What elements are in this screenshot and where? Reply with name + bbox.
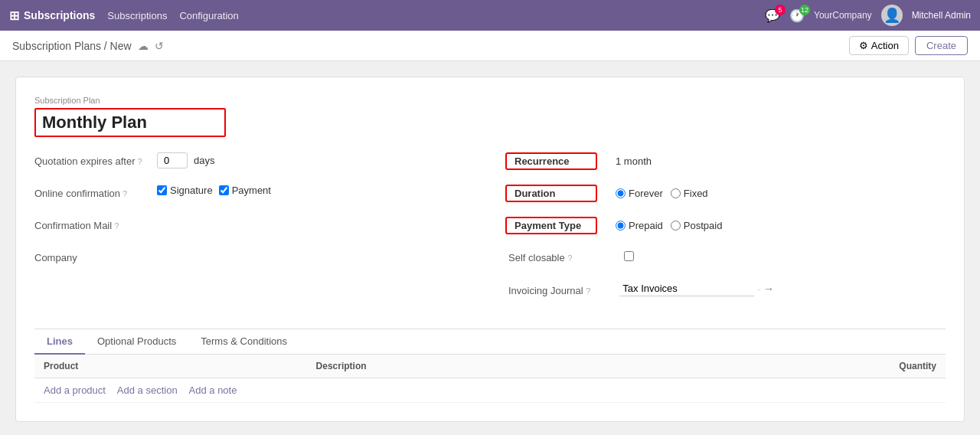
chat-badge: 5 <box>775 5 786 15</box>
payment-checkbox-item: Payment <box>219 185 271 196</box>
nav-subscriptions[interactable]: Subscriptions <box>107 10 167 21</box>
plan-name-input[interactable] <box>34 108 226 137</box>
quotation-row: Quotation expires after ? days <box>34 152 475 174</box>
self-closable-value-row: Self closable ? <box>505 249 946 263</box>
add-product-link[interactable]: Add a product <box>44 384 106 396</box>
online-conf-row: Online confirmation ? Signature Payment <box>34 185 475 206</box>
action-button[interactable]: ⚙ Action <box>849 36 909 55</box>
add-section-link[interactable]: Add a section <box>117 384 178 396</box>
prepaid-label: Prepaid <box>629 220 663 231</box>
journal-input-row: - → <box>619 281 774 296</box>
postpaid-label: Postpaid <box>684 220 723 231</box>
add-note-link[interactable]: Add a note <box>189 384 237 396</box>
conf-mail-row: Confirmation Mail ? <box>34 217 475 238</box>
breadcrumb-bar: Subscription Plans / New ☁ ↺ ⚙ Action Cr… <box>0 31 980 61</box>
postpaid-item: Postpaid <box>671 220 723 231</box>
col-product: Product <box>34 355 307 378</box>
self-closable-row: Self closable ? <box>505 249 946 270</box>
conf-mail-tooltip: ? <box>114 221 119 231</box>
quotation-value-row: days <box>157 152 475 168</box>
tabs: Lines Optional Products Terms & Conditio… <box>34 329 946 355</box>
left-column: Quotation expires after ? days Online co… <box>34 152 475 313</box>
recurrence-label: Recurrence <box>505 152 597 170</box>
nav-configuration[interactable]: Configuration <box>179 10 238 21</box>
clock-badge: 12 <box>799 5 810 15</box>
self-closable-tooltip: ? <box>567 253 572 263</box>
online-conf-values: Signature Payment <box>157 185 475 196</box>
form-grid: Quotation expires after ? days Online co… <box>34 152 946 313</box>
prepaid-radio[interactable] <box>616 221 626 231</box>
add-row: Add a product Add a section Add a note <box>34 378 946 403</box>
duration-value-row: Duration Forever Fixed <box>505 185 946 202</box>
quotation-label: Quotation expires after ? <box>34 152 157 167</box>
cloud-save-icon[interactable]: ☁ <box>138 40 149 52</box>
company-row: Company <box>34 249 475 270</box>
topbar: ⊞ Subscriptions Subscriptions Configurat… <box>0 0 980 31</box>
section-label: Subscription Plan <box>34 96 946 105</box>
duration-radio-group: Forever Fixed <box>616 188 708 199</box>
breadcrumb-actions: ⚙ Action Create <box>849 36 968 55</box>
company-label: Company <box>34 249 157 263</box>
duration-fixed-radio[interactable] <box>671 188 681 198</box>
company-name: YourCompany <box>814 10 872 21</box>
recurrence-value: 1 month <box>616 155 652 167</box>
right-column: Recurrence 1 month Duration Forever <box>505 152 946 313</box>
col-quantity: Quantity <box>660 355 946 378</box>
recurrence-row: Recurrence 1 month <box>505 152 946 174</box>
journal-input[interactable] <box>619 281 754 296</box>
tab-terms-conditions[interactable]: Terms & Conditions <box>188 329 299 355</box>
online-conf-label: Online confirmation ? <box>34 185 157 199</box>
payment-type-label: Payment Type <box>505 217 597 234</box>
duration-fixed-item: Fixed <box>671 188 708 199</box>
grid-icon: ⊞ <box>9 8 19 23</box>
signature-checkbox[interactable] <box>157 185 167 195</box>
lines-table: Product Description Quantity Add a produ… <box>34 355 946 403</box>
quotation-days-input[interactable] <box>157 152 188 168</box>
breadcrumb: Subscription Plans / New <box>12 40 132 52</box>
days-unit: days <box>194 155 214 166</box>
payment-checkbox[interactable] <box>219 185 229 195</box>
duration-fixed-label: Fixed <box>684 188 708 199</box>
postpaid-radio[interactable] <box>671 221 681 231</box>
invoicing-journal-tooltip: ? <box>586 286 590 296</box>
prepaid-item: Prepaid <box>616 220 663 231</box>
main-content: Subscription Plan Quotation expires afte… <box>0 61 980 435</box>
journal-dropdown-icon[interactable]: - <box>757 284 760 293</box>
refresh-icon[interactable]: ↺ <box>155 40 164 52</box>
invoicing-journal-row: Invoicing Journal ? - → <box>505 281 946 303</box>
self-closable-label: Self closable ? <box>508 249 572 263</box>
recurrence-value-row: Recurrence 1 month <box>505 152 946 170</box>
quotation-tooltip: ? <box>138 157 142 166</box>
table-container: Product Description Quantity Add a produ… <box>34 355 946 403</box>
create-button[interactable]: Create <box>915 36 968 55</box>
col-description: Description <box>307 355 661 378</box>
payment-type-row: Payment Type Prepaid Postpaid <box>505 217 946 238</box>
duration-forever-radio[interactable] <box>616 188 626 198</box>
payment-type-value-row: Payment Type Prepaid Postpaid <box>505 217 946 234</box>
app-logo[interactable]: ⊞ Subscriptions <box>9 8 95 23</box>
top-nav: Subscriptions Configuration <box>107 10 238 21</box>
payment-label: Payment <box>232 185 271 196</box>
plan-section: Subscription Plan <box>34 96 946 137</box>
app-name: Subscriptions <box>24 9 95 21</box>
form-card: Subscription Plan Quotation expires afte… <box>15 77 965 422</box>
tab-optional-products[interactable]: Optional Products <box>85 329 188 355</box>
duration-forever-label: Forever <box>629 188 663 199</box>
tabs-container: Lines Optional Products Terms & Conditio… <box>34 329 946 403</box>
journal-arrow-icon[interactable]: → <box>763 283 774 295</box>
duration-row: Duration Forever Fixed <box>505 185 946 206</box>
clock-icon-wrapper[interactable]: 🕐 12 <box>789 8 805 23</box>
signature-label: Signature <box>170 185 213 196</box>
duration-forever-item: Forever <box>616 188 663 199</box>
conf-mail-label: Confirmation Mail ? <box>34 217 157 231</box>
tab-lines[interactable]: Lines <box>34 329 85 355</box>
online-conf-tooltip: ? <box>122 189 127 198</box>
chat-icon-wrapper[interactable]: 💬 5 <box>765 8 780 23</box>
invoicing-journal-label: Invoicing Journal ? <box>508 282 590 296</box>
topbar-right: 💬 5 🕐 12 YourCompany 👤 Mitchell Admin <box>765 5 971 26</box>
invoicing-journal-value-row: Invoicing Journal ? - → <box>505 281 946 296</box>
gear-icon: ⚙ <box>859 40 868 51</box>
user-avatar: 👤 <box>881 5 903 26</box>
self-closable-checkbox[interactable] <box>624 251 634 261</box>
payment-type-radio-group: Prepaid Postpaid <box>616 220 722 231</box>
